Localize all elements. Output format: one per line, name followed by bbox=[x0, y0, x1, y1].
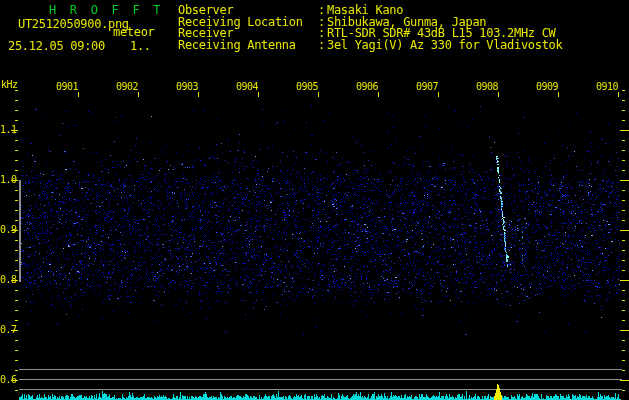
time-tick-label: 0905 bbox=[296, 81, 318, 92]
freq-axis-unit-label: kHz bbox=[1, 79, 18, 90]
station-info-block: Observer:Masaki KanoReceiving Location:S… bbox=[178, 5, 562, 51]
time-tick-label: 0904 bbox=[236, 81, 258, 92]
time-tick-label: 0906 bbox=[356, 81, 378, 92]
info-separator: : bbox=[318, 40, 327, 52]
spectrogram-plot bbox=[0, 0, 629, 400]
freq-tick-label: 0.6 bbox=[0, 374, 15, 385]
echo-counter: 1.. bbox=[130, 40, 151, 52]
time-tick-label: 0908 bbox=[476, 81, 498, 92]
info-value: 3el Yagi(V) Az 330 for Vladivostok bbox=[327, 40, 562, 52]
time-tick-label: 0907 bbox=[416, 81, 438, 92]
observation-datetime: 25.12.05 09:00 bbox=[8, 40, 105, 52]
observation-mode-label: meteor bbox=[113, 26, 155, 38]
freq-tick-label: 0.7 bbox=[0, 324, 15, 335]
time-tick-label: 0901 bbox=[56, 81, 78, 92]
freq-tick-label: 0.9 bbox=[0, 224, 15, 235]
hrofft-screen: H R O F F T UT2512050900.png meteor 25.1… bbox=[0, 0, 629, 400]
station-info-row: Receiving Antenna:3el Yagi(V) Az 330 for… bbox=[178, 40, 562, 52]
freq-tick-label: 0.8 bbox=[0, 274, 15, 285]
freq-tick-label: 1.1 bbox=[0, 124, 15, 135]
freq-tick-label: 1.0 bbox=[0, 174, 15, 185]
time-tick-label: 0902 bbox=[116, 81, 138, 92]
time-tick-label: 0909 bbox=[536, 81, 558, 92]
time-tick-label: 0903 bbox=[176, 81, 198, 92]
time-tick-label: 0910 bbox=[596, 81, 618, 92]
app-title: H R O F F T bbox=[49, 4, 164, 16]
info-label: Receiving Antenna bbox=[178, 40, 318, 52]
